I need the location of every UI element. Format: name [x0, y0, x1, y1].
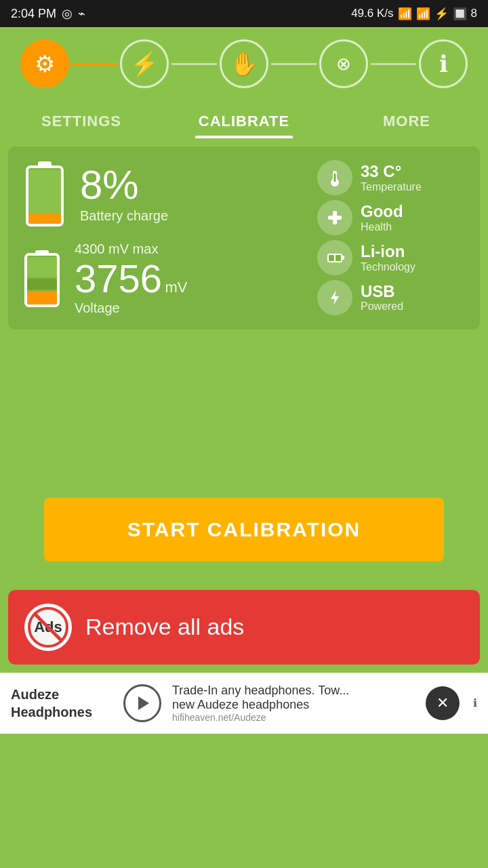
svg-rect-13 [328, 216, 342, 220]
nav-connector-2 [171, 63, 217, 65]
lightning-svg [325, 288, 344, 307]
svg-rect-16 [329, 255, 334, 261]
location-icon: ◎ [62, 6, 73, 21]
battery-level: 8 [471, 7, 477, 20]
svg-marker-18 [331, 290, 339, 305]
calibration-panel: START CALIBRATION [8, 338, 480, 582]
start-calibration-button[interactable]: START CALIBRATION [44, 498, 444, 561]
nav-hand-icon[interactable]: ✋ [220, 39, 268, 88]
battery-text-group: 8% Battery charge [80, 165, 168, 224]
svg-rect-2 [28, 170, 61, 213]
battery-left: 8% Battery charge 4300 mV max 3756 [22, 160, 306, 316]
power-source-icon [317, 280, 352, 315]
tab-calibrate[interactable]: CALIBRATE [163, 100, 325, 138]
health-text: Good Health [361, 203, 403, 233]
ad-url: hifiheaven.net/Audeze [172, 712, 415, 723]
technology-label: Technology [361, 261, 415, 273]
voltage-label: Voltage [75, 300, 187, 316]
technology-text: Li-ion Technology [361, 243, 415, 273]
temperature-label: Temperature [361, 181, 422, 193]
play-icon [133, 694, 152, 713]
battery-charge-icon: ⚡ [130, 50, 159, 77]
nav-connector-3 [271, 63, 317, 65]
ad-text: Trade-In any headphones. Tow... new Aude… [172, 684, 415, 723]
ad-headline: Trade-In any headphones. Tow... [172, 684, 415, 698]
nav-settings-icon[interactable]: ⚙ [20, 39, 69, 88]
battery-card: 8% Battery charge 4300 mV max 3756 [8, 146, 480, 330]
battery-svg-small [22, 249, 62, 309]
battery-svg-big [22, 160, 68, 228]
svg-rect-17 [336, 255, 341, 261]
tabs: SETTINGS CALIBRATE MORE [0, 100, 488, 138]
svg-marker-22 [138, 696, 149, 710]
voltage-max: 4300 mV max [75, 241, 187, 257]
voltage-text-group: 4300 mV max 3756 mV Voltage [75, 241, 187, 316]
bottom-ad-bar: AudezeHeadphones Trade-In any headphones… [0, 673, 488, 734]
nav-battery-charge-icon[interactable]: ⚡ [120, 39, 169, 88]
voltage-item: 4300 mV max 3756 mV Voltage [22, 241, 306, 316]
technology-value: Li-ion [361, 243, 415, 260]
ad-play-button[interactable] [123, 684, 161, 722]
power-text: USB Powered [361, 283, 403, 313]
temperature-icon [317, 160, 352, 195]
info-icon: ℹ [439, 50, 448, 77]
battery-charge-label: Battery charge [80, 208, 168, 224]
calibrate-tool-icon: ⊗ [336, 54, 351, 75]
ad-logo-text: AudezeHeadphones [11, 686, 113, 721]
status-bar: 2:04 PM ◎ ⌁ 49.6 K/s 📶 📶 ⚡ 🔲 8 [0, 0, 488, 27]
plus-svg [325, 208, 344, 227]
charging-icon: ⚡ [434, 7, 449, 21]
status-left: 2:04 PM ◎ ⌁ [11, 6, 85, 21]
wifi-icon: 📶 [398, 7, 412, 21]
usb-icon: ⌁ [78, 6, 85, 21]
nav-connector-1 [72, 63, 117, 65]
ad-subtext: new Audeze headphones [172, 698, 415, 712]
nav-connector-4 [371, 63, 416, 65]
ad-info-icon[interactable]: ℹ [473, 696, 477, 709]
voltage-value-row: 3756 mV [75, 257, 187, 300]
battery-icon: 🔲 [453, 7, 467, 21]
svg-rect-1 [38, 161, 52, 168]
battery-icon-big [22, 160, 68, 228]
ad-close-button[interactable]: ✕ [426, 686, 460, 720]
ads-label: Remove all ads [85, 614, 244, 640]
voltage-unit: mV [165, 279, 187, 296]
usb-value: USB [361, 283, 403, 300]
temperature-value: 33 C° [361, 163, 422, 180]
tab-more[interactable]: MORE [325, 100, 488, 138]
temperature-text: 33 C° Temperature [361, 163, 422, 193]
svg-rect-5 [35, 250, 49, 256]
ads-banner[interactable]: Ads Remove all ads [8, 590, 480, 665]
ads-no-icon: Ads [24, 604, 72, 651]
health-label: Health [361, 221, 403, 233]
usb-label: Powered [361, 300, 403, 313]
stat-technology: Li-ion Technology [317, 240, 466, 275]
nav-info-icon[interactable]: ℹ [419, 39, 468, 88]
top-nav: ⚙ ⚡ ✋ ⊗ ℹ [0, 27, 488, 100]
stat-health: Good Health [317, 200, 466, 235]
battery-type-icon [317, 240, 352, 275]
svg-rect-11 [334, 174, 336, 182]
stat-temperature: 33 C° Temperature [317, 160, 466, 195]
svg-rect-7 [27, 279, 57, 290]
svg-rect-3 [28, 213, 61, 224]
health-icon [317, 200, 352, 235]
svg-rect-15 [342, 256, 344, 260]
settings-gear-icon: ⚙ [35, 50, 55, 77]
status-time: 2:04 PM [11, 7, 56, 21]
status-right: 49.6 K/s 📶 📶 ⚡ 🔲 8 [351, 7, 477, 21]
signal-icon: 📶 [416, 7, 430, 21]
health-value: Good [361, 203, 403, 220]
tab-settings[interactable]: SETTINGS [0, 100, 163, 138]
no-ads-svg: Ads [27, 606, 69, 648]
voltage-value: 3756 [75, 256, 162, 300]
battery-tech-svg [325, 248, 344, 267]
battery-right: 33 C° Temperature Good Health [317, 160, 466, 316]
battery-icon-small [22, 249, 62, 309]
battery-percentage-item: 8% Battery charge [22, 160, 306, 228]
nav-calibrate-icon[interactable]: ⊗ [319, 39, 368, 88]
battery-percent: 8% [80, 165, 168, 205]
svg-rect-8 [27, 291, 57, 304]
stat-power-source: USB Powered [317, 280, 466, 315]
network-speed: 49.6 K/s [351, 7, 393, 20]
